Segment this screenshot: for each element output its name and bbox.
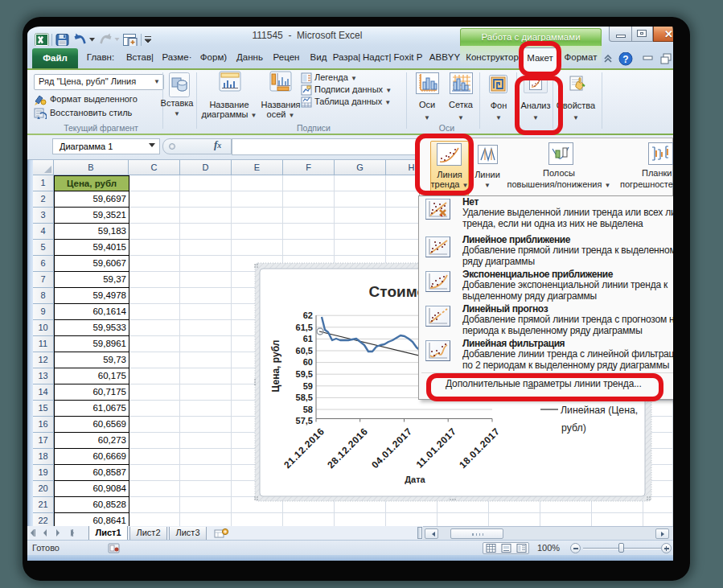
svg-text:62: 62 <box>303 310 313 320</box>
svg-text:Дата: Дата <box>405 475 425 484</box>
svg-text:Цена, рубл: Цена, рубл <box>270 340 281 393</box>
svg-text:57,5: 57,5 <box>296 416 313 426</box>
svg-text:60,5: 60,5 <box>296 346 313 356</box>
svg-text:59: 59 <box>303 381 313 391</box>
svg-text:58: 58 <box>303 405 313 414</box>
svg-text:61: 61 <box>303 334 313 343</box>
svg-text:?: ? <box>622 54 628 65</box>
svg-text:59,5: 59,5 <box>296 369 313 379</box>
svg-text:рубл): рубл) <box>561 422 586 434</box>
svg-text:Линейная (Цена,: Линейная (Цена, <box>561 405 638 416</box>
svg-text:58,5: 58,5 <box>296 393 313 402</box>
svg-text:60: 60 <box>303 357 313 367</box>
svg-text:61,5: 61,5 <box>296 323 313 332</box>
